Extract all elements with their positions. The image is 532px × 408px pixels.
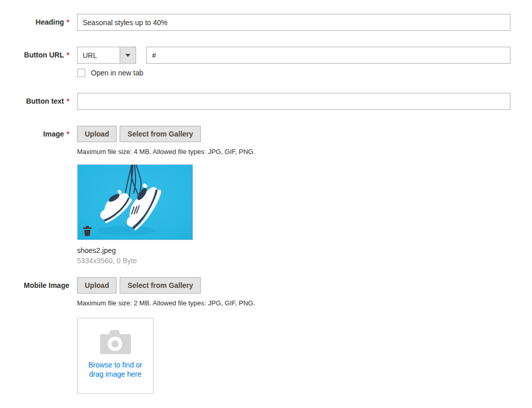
- image-note: Maximum file size: 4 MB. Allowed file ty…: [77, 148, 510, 156]
- camera-icon: [100, 330, 131, 354]
- heading-label-text: Heading: [35, 18, 64, 26]
- dropzone-text-line1: Browse to find or: [78, 360, 153, 370]
- dropzone-text-line2: drag image here: [78, 370, 153, 379]
- open-new-tab-checkbox[interactable]: [77, 69, 85, 77]
- chevron-down-icon: [125, 54, 130, 57]
- url-input[interactable]: [146, 47, 510, 64]
- open-new-tab-label[interactable]: Open in new tab: [91, 69, 143, 77]
- required-asterisk: *: [67, 51, 69, 59]
- mobile-image-note: Maximum file size: 2 MB. Allowed file ty…: [77, 299, 510, 307]
- image-preview[interactable]: [77, 164, 193, 240]
- image-file-name: shoes2.jpeg: [77, 246, 510, 255]
- row-button-text: Button text*: [0, 93, 532, 110]
- url-type-select[interactable]: URL: [77, 47, 136, 64]
- content-form: Heading* Button URL* URL Open in new: [0, 0, 532, 408]
- required-asterisk: *: [67, 18, 69, 26]
- heading-input[interactable]: [77, 14, 510, 31]
- mobile-image-select-gallery-button[interactable]: Select from Gallery: [120, 277, 201, 294]
- row-image: Image* Upload Select from Gallery Maximu…: [0, 126, 532, 265]
- url-type-select-arrow[interactable]: [120, 47, 136, 63]
- required-asterisk: *: [67, 130, 69, 138]
- mobile-image-label-text: Mobile Image: [24, 281, 69, 289]
- image-label-text: Image: [43, 130, 64, 138]
- mobile-image-dropzone[interactable]: Browse to find or drag image here: [77, 318, 154, 394]
- button-text-label-text: Button text: [26, 97, 64, 105]
- url-type-selected-value: URL: [78, 47, 120, 63]
- required-asterisk: *: [67, 97, 69, 105]
- button-text-input[interactable]: [77, 93, 510, 110]
- image-file-meta: 5334x3560, 0 Byte: [77, 257, 510, 265]
- shoes-photo: [78, 165, 193, 240]
- row-heading: Heading*: [0, 14, 532, 31]
- image-select-gallery-button[interactable]: Select from Gallery: [120, 126, 201, 142]
- button-url-label: Button URL*: [0, 47, 69, 59]
- button-url-label-text: Button URL: [24, 51, 64, 59]
- button-text-label: Button text*: [0, 93, 69, 105]
- row-mobile-image: Mobile Image Upload Select from Gallery …: [0, 277, 532, 394]
- image-label: Image*: [0, 126, 69, 138]
- image-upload-button[interactable]: Upload: [77, 126, 117, 142]
- mobile-image-label: Mobile Image: [0, 277, 69, 289]
- heading-label: Heading*: [0, 14, 69, 26]
- trash-icon[interactable]: [83, 226, 92, 236]
- row-button-url: Button URL* URL Open in new tab: [0, 47, 532, 77]
- mobile-image-upload-button[interactable]: Upload: [77, 277, 117, 294]
